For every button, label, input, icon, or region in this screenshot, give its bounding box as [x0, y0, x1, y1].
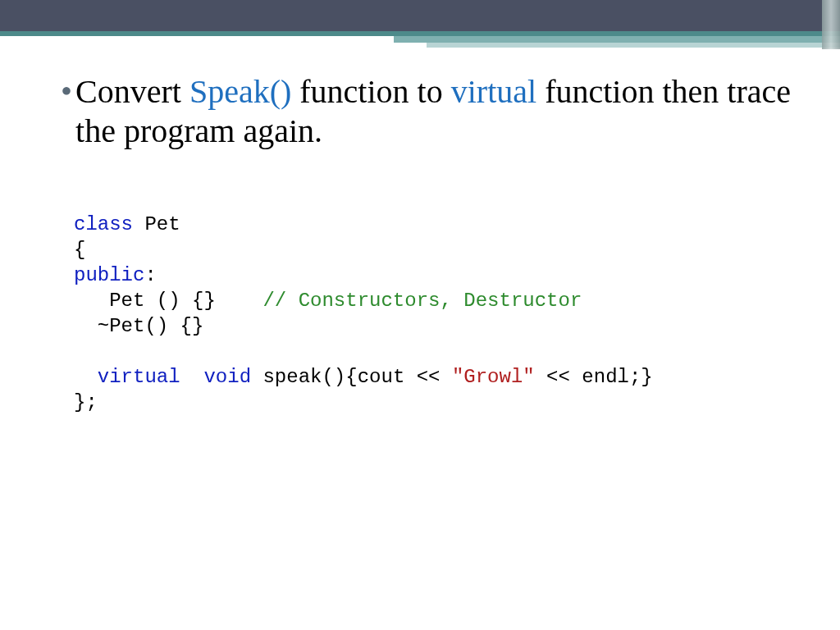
code-text: ~Pet() {}: [74, 315, 203, 337]
code-kw-public: public: [74, 264, 144, 286]
code-comment: // Constructors, Destructor: [262, 290, 582, 312]
bullet-marker: •: [61, 72, 72, 112]
code-block: class Pet { public: Pet () {} // Constru…: [74, 212, 791, 415]
accent-bar-3: [427, 43, 840, 48]
bullet-item: • Convert Speak() function to virtual fu…: [62, 72, 791, 151]
slide-content: • Convert Speak() function to virtual fu…: [0, 49, 840, 415]
code-text: {: [74, 239, 85, 261]
accent-bar-2: [394, 36, 840, 43]
code-kw-void: void: [203, 366, 251, 388]
code-kw-virtual: virtual: [74, 366, 180, 388]
slide-accent-band: [0, 31, 840, 49]
code-kw-class: class: [74, 213, 133, 235]
bullet-highlight-speak: Speak(): [189, 73, 291, 110]
bullet-text: Convert Speak() function to virtual func…: [75, 72, 791, 151]
bullet-seg-1: Convert: [75, 73, 189, 110]
slide-right-strip: [822, 0, 840, 49]
bullet-seg-2: function to: [291, 73, 450, 110]
bullet-highlight-virtual: virtual: [451, 73, 536, 110]
code-text: [180, 366, 204, 388]
slide-top-band: [0, 0, 840, 31]
code-text: Pet: [133, 213, 180, 235]
code-text: };: [74, 391, 98, 413]
code-string: "Growl": [452, 366, 535, 388]
code-text: << endl;}: [535, 366, 653, 388]
code-text: speak(){cout <<: [251, 366, 452, 388]
code-text: :: [144, 264, 156, 286]
code-text: Pet () {}: [74, 290, 262, 312]
